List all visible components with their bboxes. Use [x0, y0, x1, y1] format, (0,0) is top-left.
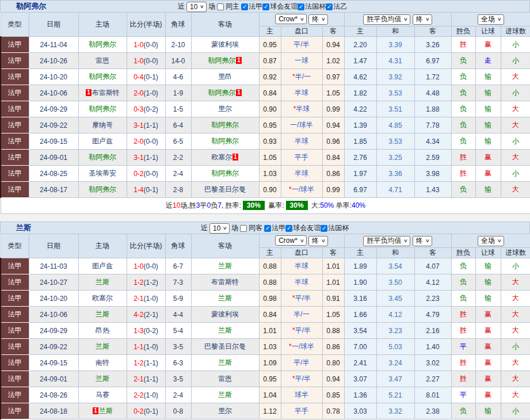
home-team-link[interactable]: 兰斯 [78, 371, 127, 387]
league-type-cell: 法甲 [1, 69, 29, 85]
away-team-link[interactable]: 兰斯 [191, 387, 259, 403]
handicap-line: *一/球半 [281, 182, 322, 198]
same-venue-filter[interactable]: 同主 [217, 2, 239, 12]
league-filter[interactable]: ✓法甲 [264, 223, 285, 233]
league-filter[interactable]: ✓球会友谊 [285, 223, 321, 233]
bookmaker-select[interactable]: Crow*∨ [275, 235, 307, 246]
league-filter[interactable]: ✓法国杯 [298, 2, 326, 12]
checkbox-unchecked-icon[interactable] [240, 225, 247, 232]
away-team-link[interactable]: 蒙彼利埃 [191, 37, 259, 53]
red-card-badge: 1 [86, 89, 91, 96]
recent-count-select[interactable]: 10∨ [186, 2, 207, 12]
checkbox-checked-icon[interactable]: ✓ [285, 225, 292, 232]
home-team-link[interactable]: 勒阿弗尔 [78, 69, 127, 85]
same-venue-filter[interactable]: 同客 [240, 223, 262, 233]
checkbox-checked-icon[interactable]: ✓ [298, 3, 304, 10]
league-type-cell: 法甲 [1, 387, 29, 403]
home-team-link[interactable]: 勒阿弗尔 [78, 101, 127, 117]
home-team-link[interactable]: 欧塞尔 [78, 291, 127, 307]
halftime-score: (0-0) [144, 262, 158, 270]
avg-odds-select[interactable]: 胜平负均值∨ [363, 236, 410, 246]
halftime-score: (1-0) [144, 89, 158, 97]
odds-home: 6.97 [344, 182, 376, 198]
away-team-link[interactable]: 欧塞尔1 [191, 150, 259, 166]
checkbox-checked-icon[interactable]: ✓ [326, 3, 333, 10]
handicap-result-cell: 输 [475, 403, 501, 419]
away-team-link[interactable]: 勒阿弗尔 [191, 117, 259, 133]
away-team-link[interactable]: 兰斯 [191, 323, 259, 339]
away-team-link[interactable]: 勒阿弗尔 [191, 133, 259, 150]
away-team-link[interactable]: 蒙彼利埃 [191, 307, 259, 323]
league-type-cell: 法甲 [1, 150, 29, 166]
odds-draw: 3.25 [376, 150, 414, 166]
away-team-link[interactable]: 里尔 [191, 101, 259, 117]
league-filter[interactable]: ✓法国杯 [321, 223, 349, 233]
checkbox-checked-icon[interactable]: ✓ [264, 225, 271, 232]
league-filter[interactable]: ✓法乙 [326, 2, 347, 12]
home-team-link[interactable]: 勒阿弗尔 [78, 37, 127, 53]
col-header-handicap-line: 盘口 [281, 26, 322, 37]
match-date: 24-09-01 [29, 371, 78, 387]
away-team-link[interactable]: 兰斯 [191, 291, 259, 307]
home-team-link[interactable]: 兰斯 [78, 307, 127, 323]
home-team-link[interactable]: 马赛 [78, 387, 127, 403]
home-team-link[interactable]: 摩纳哥 [78, 117, 127, 133]
away-team-name: 雷恩 [218, 375, 232, 383]
avg-odds-select[interactable]: 胜平负均值∨ [363, 14, 410, 25]
home-team-link[interactable]: 图卢兹 [78, 133, 127, 150]
away-team-link[interactable]: 里尔 [191, 403, 259, 419]
summary-row: 近10场,胜3平0负7, 胜率:30% 赢率:30% 大:50% 单率:40% [1, 198, 530, 214]
same-venue-label: 同主 [226, 2, 239, 12]
checkbox-checked-icon[interactable]: ✓ [321, 225, 327, 232]
home-team-link[interactable]: 1布雷斯特 [78, 85, 127, 101]
league-filter[interactable]: ✓法甲 [241, 2, 262, 12]
team-title-link[interactable]: 勒阿弗尔 [16, 1, 46, 12]
away-team-link[interactable]: 巴黎圣日尔曼 [191, 182, 259, 198]
bookmaker-time-select[interactable]: 终∨ [308, 236, 328, 246]
checkbox-unchecked-icon[interactable] [217, 3, 224, 10]
league-type-cell: 法甲 [1, 371, 29, 387]
match-date: 24-09-15 [29, 133, 78, 150]
team-title-link[interactable]: 兰斯 [16, 223, 31, 233]
home-team-link[interactable]: 兰斯 [78, 339, 127, 355]
away-team-link[interactable]: 勒阿弗尔1 [191, 85, 259, 101]
corner-count: 2-4 [165, 387, 191, 403]
fulltime-score: 0-4 [134, 73, 143, 81]
result-cell: 胜 [451, 355, 475, 371]
home-team-link[interactable]: 圣埃蒂安 [78, 166, 127, 182]
away-team-link[interactable]: 兰斯 [191, 258, 259, 274]
checkbox-checked-icon[interactable]: ✓ [262, 3, 269, 10]
scope-select[interactable]: 全场∨ [478, 236, 504, 246]
corner-count: 6-4 [165, 117, 191, 133]
home-team-link[interactable]: 1兰斯 [78, 403, 127, 419]
away-team-link[interactable]: 里昂 [191, 69, 259, 85]
corner-count: 6-7 [165, 258, 191, 274]
home-team-link[interactable]: 南特 [78, 355, 127, 371]
home-team-link[interactable]: 勒阿弗尔 [78, 150, 127, 166]
away-team-link[interactable]: 勒阿弗尔1 [191, 53, 259, 69]
away-team-link[interactable]: 巴黎圣日尔曼 [191, 339, 259, 355]
scope-select[interactable]: 全场∨ [478, 14, 504, 25]
league-filter[interactable]: ✓球会友谊 [262, 2, 298, 12]
home-team-link[interactable]: 勒阿弗尔 [78, 182, 127, 198]
home-team-link[interactable]: 兰斯 [78, 274, 127, 291]
bookmaker-time-select[interactable]: 终∨ [308, 14, 328, 25]
match-rows: 法甲24-11-03图卢兹1-0(0-0)6-7兰斯0.88半球1.011.89… [1, 258, 530, 419]
handicap-line: 一/球半 [281, 117, 322, 133]
odds-away: 7.78 [414, 117, 451, 133]
avg-time-select[interactable]: 终∨ [413, 236, 432, 246]
home-team-link[interactable]: 昂热 [78, 323, 127, 339]
odds-home: 1.89 [344, 258, 376, 274]
away-team-link[interactable]: 雷恩 [191, 371, 259, 387]
handicap-home-odds: 1.03 [259, 166, 281, 182]
avg-time-select[interactable]: 终∨ [413, 14, 432, 25]
home-team-link[interactable]: 图卢兹 [78, 258, 127, 274]
bookmaker-select[interactable]: Crow*∨ [275, 14, 307, 24]
league-type-cell: 法甲 [1, 117, 29, 133]
away-team-link[interactable]: 勒阿弗尔 [191, 166, 259, 182]
home-team-link[interactable]: 雷恩 [78, 53, 127, 69]
checkbox-checked-icon[interactable]: ✓ [241, 3, 248, 10]
away-team-link[interactable]: 兰斯 [191, 355, 259, 371]
recent-count-select[interactable]: 10∨ [209, 223, 230, 234]
away-team-link[interactable]: 布雷斯特 [191, 274, 259, 291]
